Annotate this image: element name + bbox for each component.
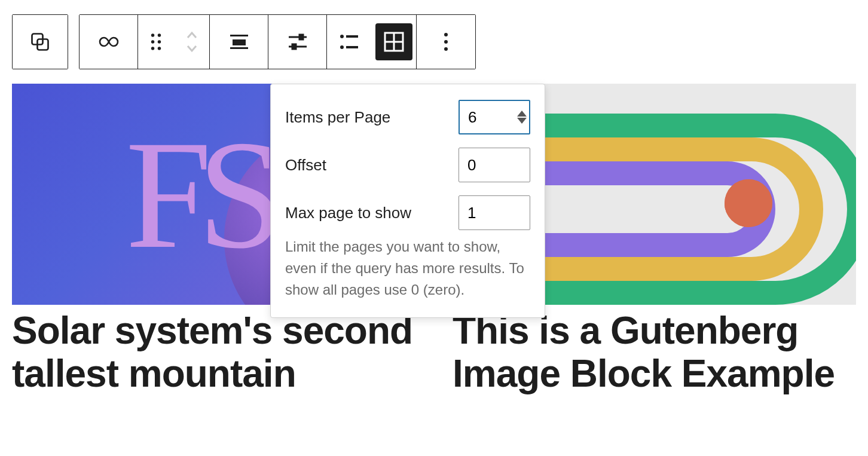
block-type-group xyxy=(12,14,68,69)
svg-point-5 xyxy=(158,40,161,43)
svg-point-7 xyxy=(158,47,161,50)
offset-label: Offset xyxy=(285,156,326,175)
svg-rect-14 xyxy=(292,44,296,49)
drag-handle-button[interactable] xyxy=(138,15,174,69)
chevron-up-down-icon xyxy=(185,29,199,54)
svg-point-6 xyxy=(151,47,154,50)
items-per-page-label: Items per Page xyxy=(285,108,390,127)
block-toolbar xyxy=(12,14,856,69)
stepper-icon[interactable] xyxy=(517,111,527,124)
svg-point-15 xyxy=(340,35,344,38)
toolbar-main-group xyxy=(79,14,476,69)
post-title: This is a Gutenberg Image Block Example xyxy=(453,310,856,395)
move-button[interactable] xyxy=(174,15,210,69)
offset-field xyxy=(459,148,530,182)
svg-rect-18 xyxy=(346,46,358,48)
max-page-label: Max page to show xyxy=(285,204,411,222)
query-loop-icon xyxy=(29,31,51,53)
more-vertical-icon xyxy=(443,32,449,52)
svg-rect-10 xyxy=(230,47,248,49)
svg-rect-9 xyxy=(233,39,246,45)
svg-point-22 xyxy=(444,33,448,36)
infinity-icon xyxy=(98,36,120,48)
svg-rect-12 xyxy=(299,35,303,39)
items-per-page-row: Items per Page xyxy=(285,100,530,134)
list-view-button[interactable] xyxy=(327,34,372,50)
svg-rect-8 xyxy=(230,35,248,36)
svg-point-23 xyxy=(444,40,448,44)
view-mode-group xyxy=(327,15,417,69)
offset-input[interactable] xyxy=(459,148,530,182)
svg-point-3 xyxy=(158,33,161,36)
offset-row: Offset xyxy=(285,148,530,182)
max-page-field xyxy=(459,195,530,230)
svg-marker-26 xyxy=(517,118,527,124)
post-title: Solar system's second tallest mountain xyxy=(12,310,415,395)
svg-point-2 xyxy=(151,33,154,36)
grid-view-button[interactable] xyxy=(372,23,417,60)
drag-icon xyxy=(149,33,163,51)
posts-grid: FS Solar system's second tallest mountai… xyxy=(12,84,856,395)
display-settings-popover: Items per Page Offset Max page to show L… xyxy=(270,84,545,318)
svg-rect-16 xyxy=(346,35,358,38)
display-settings-button[interactable] xyxy=(268,15,327,69)
sliders-icon xyxy=(288,33,308,51)
list-icon xyxy=(340,34,359,50)
grid-icon xyxy=(384,32,404,52)
align-icon xyxy=(229,35,249,49)
svg-point-4 xyxy=(151,40,154,43)
help-text: Limit the pages you want to show, even i… xyxy=(285,236,530,301)
svg-point-17 xyxy=(340,45,344,49)
block-type-button[interactable] xyxy=(13,15,68,69)
options-button[interactable] xyxy=(417,15,475,69)
items-per-page-field xyxy=(459,100,530,134)
max-page-row: Max page to show xyxy=(285,195,530,230)
svg-point-24 xyxy=(444,47,448,51)
pattern-button[interactable] xyxy=(80,15,138,69)
svg-marker-25 xyxy=(517,111,527,117)
max-page-input[interactable] xyxy=(459,195,530,230)
align-button[interactable] xyxy=(210,15,268,69)
